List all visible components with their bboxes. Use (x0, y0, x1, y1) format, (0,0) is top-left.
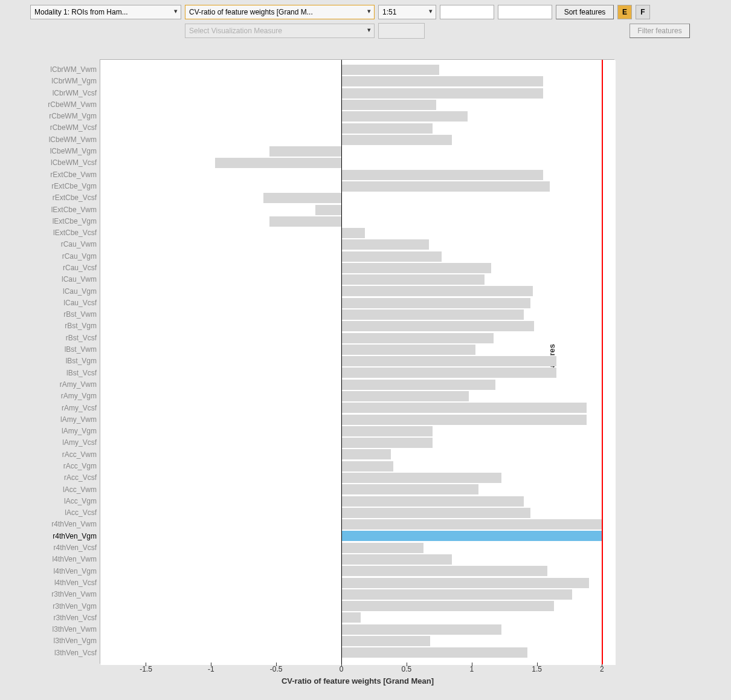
bar[interactable] (269, 146, 341, 157)
bar[interactable] (341, 589, 572, 600)
bar[interactable] (341, 76, 543, 86)
feature-label: r4thVen_Vwm (8, 519, 97, 530)
bar[interactable] (341, 473, 501, 483)
disabled-input (378, 23, 425, 39)
feature-label: rAcc_Vwm (8, 449, 97, 461)
bar[interactable] (341, 286, 533, 296)
e-button[interactable]: E (617, 5, 632, 19)
feature-label: lAmy_Vgm (8, 426, 97, 437)
feature-label: rBst_Vgm (8, 320, 97, 332)
bar[interactable] (341, 181, 550, 192)
bar[interactable] (341, 496, 524, 507)
bar[interactable] (341, 578, 589, 588)
feature-label: lBst_Vgm (8, 355, 97, 367)
bar[interactable] (341, 65, 439, 75)
filter-features-button[interactable]: Filter features (630, 24, 690, 38)
feature-label: rAcc_Vcsf (8, 472, 97, 484)
bar[interactable] (341, 170, 543, 180)
bar[interactable] (341, 345, 475, 355)
feature-label: r4thVen_Vcsf (8, 542, 97, 554)
bar[interactable] (341, 554, 452, 565)
bar[interactable] (215, 158, 341, 168)
bar[interactable] (315, 205, 341, 215)
feature-label: lCau_Vgm (8, 286, 97, 297)
feature-label: rAcc_Vgm (8, 461, 97, 472)
feature-label: rExtCbe_Vgm (8, 181, 97, 192)
bar[interactable] (341, 321, 534, 331)
bar[interactable] (341, 636, 430, 646)
bar[interactable] (341, 624, 501, 635)
bar[interactable] (341, 531, 602, 541)
bar[interactable] (341, 88, 543, 99)
bar[interactable] (341, 135, 452, 145)
modality-select[interactable]: Modality 1: ROIs from Ham... (30, 5, 181, 19)
bar[interactable] (341, 100, 436, 110)
x-tick-label: 0 (340, 665, 344, 673)
feature-label: rAmy_Vcsf (8, 403, 97, 414)
bar[interactable] (341, 368, 556, 378)
bar[interactable] (341, 228, 365, 238)
bar[interactable] (341, 601, 554, 611)
feature-label: lCbrWM_Vgm (8, 76, 97, 87)
x-tick-label: 2 (600, 665, 604, 673)
bar[interactable] (341, 566, 547, 576)
range-max-input[interactable] (498, 5, 552, 19)
feature-label: lBst_Vwm (8, 344, 97, 355)
measure-select[interactable]: CV-ratio of feature weights [Grand M... (185, 5, 375, 19)
sort-features-button[interactable]: Sort features (556, 5, 614, 19)
bar[interactable] (341, 380, 495, 390)
feature-label: r3thVen_Vwm (8, 589, 97, 600)
bar[interactable] (341, 333, 494, 343)
bar[interactable] (341, 391, 469, 401)
x-tick-label: 1 (469, 665, 474, 673)
feature-label: lExtCbe_Vwm (8, 204, 97, 216)
bar[interactable] (341, 461, 393, 472)
bar[interactable] (341, 263, 491, 273)
x-tick-label: -1.5 (140, 665, 152, 673)
bar[interactable] (341, 612, 361, 623)
bar[interactable] (341, 449, 391, 459)
bar[interactable] (341, 415, 587, 425)
bar[interactable] (341, 298, 530, 308)
feature-label: lCau_Vcsf (8, 297, 97, 309)
chart: Features CV-ratio of feature weights [Gr… (8, 58, 691, 687)
bar[interactable] (341, 438, 433, 448)
feature-label: rCbeWM_Vwm (8, 99, 97, 111)
bar[interactable] (341, 251, 442, 262)
bar[interactable] (341, 647, 527, 658)
feature-label: l3thVen_Vcsf (8, 647, 97, 659)
x-tick-label: -1 (208, 665, 214, 673)
range-select[interactable]: 1:51 (378, 5, 436, 19)
bar[interactable] (341, 426, 433, 436)
bar[interactable] (263, 193, 341, 203)
range-min-input[interactable] (440, 5, 494, 19)
feature-label: lExtCbe_Vcsf (8, 227, 97, 239)
bar[interactable] (341, 123, 433, 134)
feature-label: rCau_Vcsf (8, 262, 97, 274)
bar[interactable] (341, 239, 429, 250)
feature-label: r4thVen_Vgm (8, 531, 97, 542)
bar[interactable] (341, 309, 524, 320)
bar[interactable] (341, 111, 468, 122)
bars-container (100, 64, 615, 659)
bar[interactable] (341, 508, 530, 518)
feature-label: rBst_Vcsf (8, 332, 97, 344)
feature-label: lCbeWM_Vgm (8, 146, 97, 157)
feature-label: rExtCbe_Vwm (8, 169, 97, 181)
x-axis-title: CV-ratio of feature weights [Grand Mean] (100, 676, 615, 685)
feature-label: lBst_Vcsf (8, 368, 97, 379)
feature-label: rCbeWM_Vcsf (8, 122, 97, 134)
bar[interactable] (341, 519, 602, 530)
bar[interactable] (341, 484, 478, 494)
bar[interactable] (341, 543, 423, 553)
toolbar-row-1: Modality 1: ROIs from Ham... CV-ratio of… (30, 5, 726, 19)
bar[interactable] (341, 274, 485, 285)
bar[interactable] (269, 216, 341, 227)
toolbar: Modality 1: ROIs from Ham... CV-ratio of… (0, 0, 731, 41)
f-button[interactable]: F (636, 5, 650, 19)
bar[interactable] (341, 403, 587, 413)
feature-label: lAcc_Vwm (8, 484, 97, 496)
bar[interactable] (341, 356, 556, 366)
feature-label: rCau_Vgm (8, 251, 97, 262)
feature-label: lAmy_Vwm (8, 414, 97, 426)
